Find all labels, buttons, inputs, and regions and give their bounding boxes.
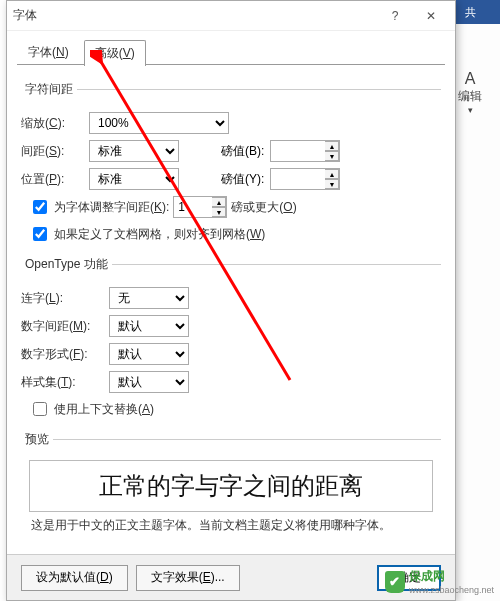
tab-font[interactable]: 字体(N) bbox=[17, 39, 80, 65]
label-kerning-suffix: 磅或更大(O) bbox=[231, 199, 296, 216]
label-numform: 数字形式(F): bbox=[21, 346, 103, 363]
spin-up-icon[interactable]: ▲ bbox=[325, 169, 339, 179]
label-numspacing: 数字间距(M): bbox=[21, 318, 103, 335]
group-opentype: OpenType 功能 连字(L): 无 数字间距(M): 默认 数字形式(F)… bbox=[21, 256, 441, 425]
numspacing-select[interactable]: 默认 bbox=[109, 315, 189, 337]
context-checkbox[interactable] bbox=[33, 402, 47, 416]
font-dialog: 字体 ? ✕ 字体(N) 高级(V) 字符间距 缩放(C): 100% 间距(S… bbox=[6, 0, 456, 601]
group-char-spacing: 字符间距 缩放(C): 100% 间距(S): 标准 磅值(B): ▲▼ bbox=[21, 81, 441, 250]
watermark-url: www.zsbaocheng.net bbox=[409, 585, 494, 595]
set-default-button[interactable]: 设为默认值(D) bbox=[21, 565, 128, 591]
group-preview: 预览 正常的字与字之间的距离 这是用于中文的正文主题字体。当前文档主题定义将使用… bbox=[21, 431, 441, 539]
spin-down-icon[interactable]: ▼ bbox=[325, 151, 339, 161]
spin-up-icon[interactable]: ▲ bbox=[212, 197, 226, 207]
preview-note: 这是用于中文的正文主题字体。当前文档主题定义将使用哪种字体。 bbox=[31, 518, 431, 533]
close-button[interactable]: ✕ bbox=[413, 2, 449, 30]
label-context: 使用上下文替换(A) bbox=[54, 401, 154, 418]
label-ligature: 连字(L): bbox=[21, 290, 103, 307]
shield-icon: ✔ bbox=[385, 571, 405, 593]
spin-down-icon[interactable]: ▼ bbox=[325, 179, 339, 189]
spin-down-icon[interactable]: ▼ bbox=[212, 207, 226, 217]
kerning-pt-spinner[interactable]: ▲▼ bbox=[173, 196, 227, 218]
label-snapgrid: 如果定义了文档网格，则对齐到网格(W) bbox=[54, 226, 265, 243]
label-spacing-pt: 磅值(B): bbox=[221, 143, 264, 160]
watermark: ✔ 保成网 www.zsbaocheng.net bbox=[385, 568, 494, 595]
label-kerning: 为字体调整字间距(K): bbox=[54, 199, 169, 216]
spacing-select[interactable]: 标准 bbox=[89, 140, 179, 162]
help-button[interactable]: ? bbox=[377, 2, 413, 30]
scale-select[interactable]: 100% bbox=[89, 112, 229, 134]
label-scale: 缩放(C): bbox=[21, 115, 83, 132]
legend-preview: 预览 bbox=[21, 431, 53, 448]
label-position: 位置(P): bbox=[21, 171, 83, 188]
position-select[interactable]: 标准 bbox=[89, 168, 179, 190]
legend-opentype: OpenType 功能 bbox=[21, 256, 112, 273]
spin-up-icon[interactable]: ▲ bbox=[325, 141, 339, 151]
kerning-checkbox[interactable] bbox=[33, 200, 47, 214]
numform-select[interactable]: 默认 bbox=[109, 343, 189, 365]
styleset-select[interactable]: 默认 bbox=[109, 371, 189, 393]
label-position-pt: 磅值(Y): bbox=[221, 171, 264, 188]
ligature-select[interactable]: 无 bbox=[109, 287, 189, 309]
label-styleset: 样式集(T): bbox=[21, 374, 103, 391]
legend-spacing: 字符间距 bbox=[21, 81, 77, 98]
snapgrid-checkbox[interactable] bbox=[33, 227, 47, 241]
tab-advanced[interactable]: 高级(V) bbox=[84, 40, 146, 66]
text-effects-button[interactable]: 文字效果(E)... bbox=[136, 565, 240, 591]
watermark-text: 保成网 bbox=[409, 568, 494, 585]
titlebar: 字体 ? ✕ bbox=[7, 1, 455, 31]
label-spacing: 间距(S): bbox=[21, 143, 83, 160]
preview-sample: 正常的字与字之间的距离 bbox=[29, 460, 433, 512]
position-pt-spinner[interactable]: ▲▼ bbox=[270, 168, 340, 190]
spacing-pt-spinner[interactable]: ▲▼ bbox=[270, 140, 340, 162]
dialog-title: 字体 bbox=[13, 7, 377, 24]
